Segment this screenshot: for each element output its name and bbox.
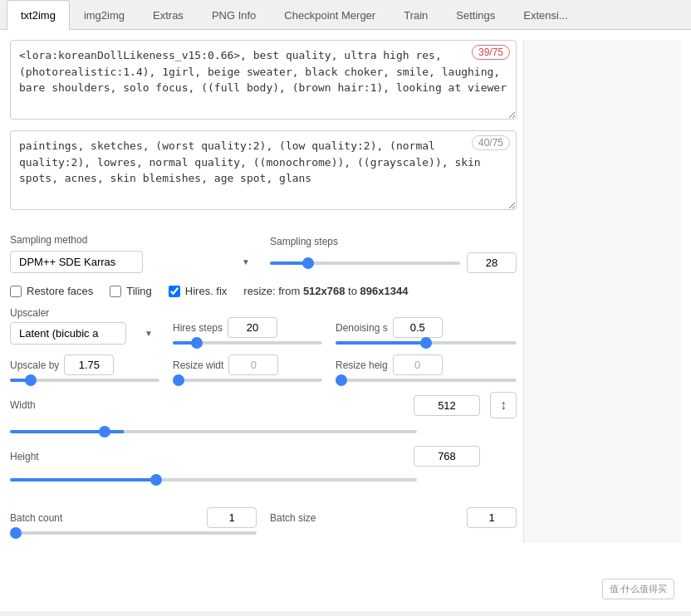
resize-width-group: Resize widt: [173, 354, 322, 382]
resize-height-group: Resize heig: [336, 354, 517, 382]
tab-png-info[interactable]: PNG Info: [198, 0, 270, 30]
hires-from: 512x768: [303, 285, 346, 297]
resize-height-slider[interactable]: [336, 379, 517, 382]
negative-prompt-input[interactable]: [10, 130, 517, 210]
tiling-checkbox-item[interactable]: Tiling: [110, 285, 152, 297]
swap-button[interactable]: ↕: [490, 392, 517, 418]
upscaler-label: Upscaler: [10, 307, 159, 319]
watermark: 值·什么值得买: [602, 579, 674, 599]
main-content: 39/75 40/75 Sampling method DPM++ SDE Ka…: [0, 30, 691, 611]
sampling-steps-label: Sampling steps: [270, 236, 517, 247]
upscale-row: Upscale by Resize widt Resize: [10, 354, 517, 382]
batch-count-group: Batch count: [10, 507, 257, 535]
upscale-by-label: Upscale by: [10, 359, 59, 371]
width-label: Width: [10, 399, 51, 411]
positive-token-count: 39/75: [472, 45, 510, 60]
sampling-steps-slider[interactable]: [270, 262, 460, 265]
resize-width-input[interactable]: [228, 354, 278, 375]
tab-extras[interactable]: Extras: [139, 0, 198, 30]
hires-resize-info: resize: from 512x768 to 896x1344: [243, 285, 408, 297]
batch-size-field-row: Batch size: [270, 507, 517, 528]
negative-token-count: 40/75: [472, 135, 510, 150]
sampling-method-select[interactable]: DPM++ SDE Karras: [10, 251, 143, 273]
negative-prompt-wrapper: 40/75: [10, 130, 517, 213]
batch-count-slider[interactable]: [10, 531, 257, 535]
tab-txt2img[interactable]: txt2img: [7, 0, 70, 30]
batch-size-group: Batch size: [270, 507, 517, 535]
layout-wrapper: 39/75 40/75 Sampling method DPM++ SDE Ka…: [10, 40, 681, 543]
resize-width-label: Resize widt: [173, 359, 223, 371]
width-row: Width ↕: [10, 392, 517, 418]
sampling-method-select-wrapper: DPM++ SDE Karras ▼: [10, 251, 257, 273]
denoising-field-row: Denoising s: [336, 317, 517, 338]
hires-steps-slider[interactable]: [173, 341, 322, 345]
upscaler-group: Upscaler Latent (bicubic a ▼: [10, 307, 159, 345]
batch-row: Batch count Batch size: [10, 507, 517, 535]
tab-train[interactable]: Train: [390, 0, 442, 30]
upscale-by-group: Upscale by: [10, 354, 159, 382]
sampling-steps-group: Sampling steps: [270, 236, 517, 273]
hires-fix-checkbox[interactable]: [169, 286, 180, 297]
upscaler-select[interactable]: Latent (bicubic a: [10, 322, 126, 345]
hires-steps-field-row: Hires steps: [173, 317, 322, 338]
restore-faces-checkbox-item[interactable]: Restore faces: [10, 285, 93, 297]
sampling-method-label: Sampling method: [10, 234, 257, 246]
upscaler-select-wrapper: Latent (bicubic a ▼: [10, 322, 159, 345]
upscale-by-input[interactable]: [64, 354, 114, 375]
tab-img2img[interactable]: img2img: [70, 0, 139, 30]
batch-count-label: Batch count: [10, 512, 62, 524]
right-panel: [523, 40, 681, 543]
hires-to: 896x1344: [360, 285, 409, 297]
positive-prompt-input[interactable]: [10, 40, 517, 120]
hires-to-text: to: [346, 285, 360, 297]
sampling-steps-input[interactable]: [467, 252, 517, 273]
upscale-by-slider[interactable]: [10, 379, 159, 382]
resize-width-field-row: Resize widt: [173, 354, 322, 375]
positive-prompt-wrapper: 39/75: [10, 40, 517, 122]
restore-faces-checkbox[interactable]: [10, 286, 22, 297]
denoising-label: Denoising s: [336, 322, 388, 334]
height-label: Height: [10, 451, 51, 462]
tab-extensions[interactable]: Extensi...: [509, 0, 581, 30]
batch-count-input[interactable]: [207, 507, 257, 528]
restore-faces-label: Restore faces: [27, 285, 93, 297]
resize-height-label: Resize heig: [336, 359, 388, 371]
tabs-bar: txt2img img2img Extras PNG Info Checkpoi…: [0, 0, 691, 30]
height-row: Height: [10, 446, 517, 467]
resize-width-slider[interactable]: [173, 379, 322, 382]
sampling-method-arrow-icon: ▼: [242, 257, 250, 266]
hires-fix-checkbox-item[interactable]: Hires. fix: [169, 285, 228, 297]
width-section: Width ↕: [10, 392, 517, 436]
height-slider[interactable]: [10, 478, 417, 482]
resize-height-field-row: Resize heig: [336, 354, 517, 375]
denoising-group: Denoising s: [336, 317, 517, 345]
hires-grid: Upscaler Latent (bicubic a ▼ Hires steps: [10, 307, 517, 345]
tiling-checkbox[interactable]: [110, 286, 121, 297]
tab-settings[interactable]: Settings: [442, 0, 509, 30]
hires-steps-input[interactable]: [228, 317, 277, 338]
width-slider[interactable]: [10, 430, 417, 433]
hires-steps-label: Hires steps: [173, 322, 223, 334]
height-input[interactable]: [414, 446, 480, 467]
batch-count-field-row: Batch count: [10, 507, 257, 528]
sampling-row: Sampling method DPM++ SDE Karras ▼ Sampl…: [10, 234, 517, 273]
denoising-slider[interactable]: [336, 341, 517, 345]
tab-checkpoint-merger[interactable]: Checkpoint Merger: [270, 0, 390, 30]
resize-height-input[interactable]: [393, 354, 443, 375]
sampling-method-group: Sampling method DPM++ SDE Karras ▼: [10, 234, 257, 273]
hires-fix-label: Hires. fix: [185, 285, 228, 297]
batch-size-input[interactable]: [467, 507, 517, 528]
width-input[interactable]: [414, 395, 480, 416]
tiling-label: Tiling: [126, 285, 152, 297]
sampling-steps-input-slider: [270, 252, 517, 273]
upscaler-arrow-icon: ▼: [145, 329, 153, 338]
batch-size-label: Batch size: [270, 512, 316, 524]
height-section: Height: [10, 446, 517, 484]
hires-steps-group: Hires steps: [173, 317, 322, 345]
upscale-by-field-row: Upscale by: [10, 354, 159, 375]
checkboxes-row: Restore faces Tiling Hires. fix resize: …: [10, 285, 517, 297]
left-panel: 39/75 40/75 Sampling method DPM++ SDE Ka…: [10, 40, 523, 543]
denoising-input[interactable]: [393, 317, 443, 338]
hires-info-text: resize: from: [243, 285, 303, 297]
